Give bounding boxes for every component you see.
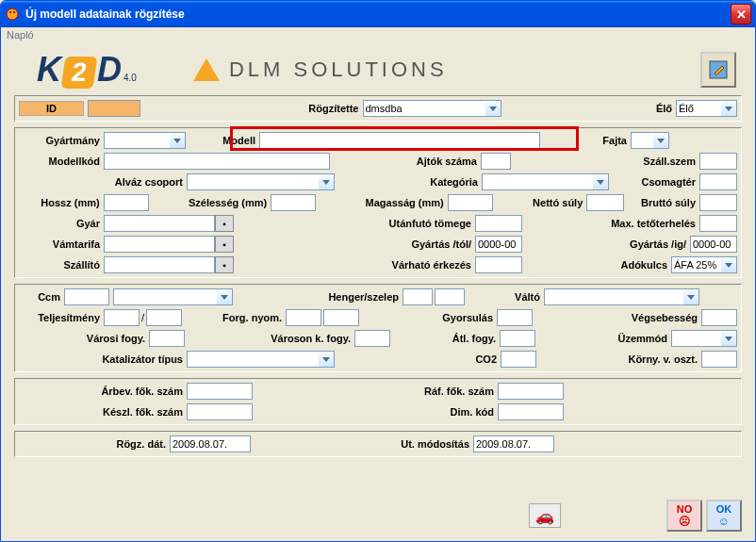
korny-input[interactable] (701, 351, 737, 368)
id-label: ID (19, 101, 84, 116)
nettosuly-input[interactable] (586, 194, 624, 211)
vamtarifa-picker-button[interactable]: ▪ (215, 236, 234, 253)
ajtok-label: Ajtók száma (330, 156, 481, 167)
varhato-input[interactable] (475, 256, 522, 273)
ccm-sel-input[interactable] (113, 288, 217, 305)
henger2-input[interactable] (435, 288, 465, 305)
chevron-down-icon[interactable] (485, 100, 501, 117)
keszl-input[interactable] (187, 403, 253, 420)
ajtok-input[interactable] (481, 153, 511, 170)
telj1-input[interactable] (104, 309, 140, 326)
telj2-input[interactable] (146, 309, 182, 326)
alvaz-input[interactable] (187, 173, 319, 190)
window-title: Új modell adatainak rögzítése (25, 8, 731, 21)
rogzitette-input[interactable] (363, 100, 485, 117)
szallszem-input[interactable] (699, 153, 737, 170)
chevron-down-icon[interactable] (319, 351, 335, 368)
maxteto-input[interactable] (699, 215, 737, 232)
vegsebesseg-label: Végsebesség (607, 312, 701, 323)
katalizator-input[interactable] (187, 351, 319, 368)
chevron-down-icon[interactable] (653, 132, 669, 149)
chevron-down-icon[interactable] (683, 288, 699, 305)
chevron-down-icon[interactable] (170, 132, 186, 149)
arbev-label: Árbev. fők. szám (19, 386, 187, 397)
gyartmany-combo[interactable] (104, 132, 186, 149)
vegsebesseg-input[interactable] (701, 309, 737, 326)
gyartastol-label: Gyártás /tól/ (234, 238, 475, 250)
keszl-label: Készl. fők. szám (19, 406, 187, 418)
gyar-input[interactable] (104, 215, 215, 232)
co2-input[interactable] (501, 351, 536, 368)
szallito-label: Szállító (19, 259, 104, 271)
alvaz-label: Alváz csoport (19, 176, 187, 188)
uzemmod-label: Üzemmód (596, 333, 671, 344)
utanfuto-input[interactable] (475, 215, 522, 232)
id-input[interactable] (88, 100, 140, 117)
modell-label: Modell (186, 135, 259, 146)
szallito-input[interactable] (104, 256, 215, 273)
gyorsulas-input[interactable] (497, 309, 533, 326)
edit-tool-button[interactable] (700, 52, 736, 88)
chevron-down-icon[interactable] (721, 256, 737, 273)
varhato-label: Várható érkezés (234, 259, 475, 271)
arbev-input[interactable] (187, 383, 253, 400)
katalizator-combo[interactable] (187, 351, 335, 368)
adokulcs-input[interactable] (671, 256, 721, 273)
kategoria-input[interactable] (482, 173, 593, 190)
uzemmod-combo[interactable] (671, 330, 737, 347)
ccm-input[interactable] (64, 288, 109, 305)
forgnyom2-input[interactable] (323, 309, 359, 326)
rogzdat-input[interactable] (170, 435, 251, 452)
gyartmany-input[interactable] (104, 132, 170, 149)
valto-input[interactable] (544, 288, 683, 305)
raf-input[interactable] (498, 383, 564, 400)
chevron-down-icon[interactable] (593, 173, 609, 190)
vamtarifa-input[interactable] (104, 236, 215, 253)
chevron-down-icon[interactable] (319, 173, 335, 190)
fajta-input[interactable] (631, 132, 653, 149)
adokulcs-combo[interactable] (671, 256, 737, 273)
gyartasig-input[interactable] (690, 236, 737, 253)
forgnyom1-input[interactable] (286, 309, 321, 326)
close-button[interactable]: ✕ (731, 4, 751, 25)
modell-input[interactable] (259, 132, 540, 149)
szallito-picker-button[interactable]: ▪ (215, 256, 234, 273)
elo-combo[interactable] (676, 100, 737, 117)
henger-label: Henger/szelep (233, 291, 403, 303)
utmod-input[interactable] (473, 435, 554, 452)
alvaz-combo[interactable] (187, 173, 335, 190)
no-button[interactable]: NO☹ (666, 500, 702, 532)
uzemmod-input[interactable] (671, 330, 721, 347)
chevron-down-icon[interactable] (721, 330, 737, 347)
utmod-label: Ut. módosítás (251, 438, 473, 450)
car-icon-button[interactable]: 🚗 (529, 503, 561, 528)
fajta-combo[interactable] (631, 132, 669, 149)
section-2: Ccm Henger/szelep Váltó Teljesítmény / F… (14, 284, 742, 372)
atl-input[interactable] (500, 330, 535, 347)
rogzitette-combo[interactable] (363, 100, 501, 117)
dim-input[interactable] (498, 403, 564, 420)
szelesseg-input[interactable] (271, 194, 316, 211)
kategoria-combo[interactable] (482, 173, 609, 190)
bruttosuly-input[interactable] (699, 194, 737, 211)
elo-input[interactable] (676, 100, 721, 117)
modellkod-input[interactable] (104, 153, 330, 170)
titlebar: Új modell adatainak rögzítése ✕ (1, 1, 755, 27)
magassag-input[interactable] (448, 194, 493, 211)
henger1-input[interactable] (403, 288, 433, 305)
gyartastol-input[interactable] (475, 236, 522, 253)
valto-combo[interactable] (544, 288, 699, 305)
dim-label: Dim. kód (253, 406, 498, 418)
csomagter-input[interactable] (699, 173, 737, 190)
gyar-picker-button[interactable]: ▪ (215, 215, 234, 232)
menu-naplo[interactable]: Napló (7, 29, 34, 41)
varoskf-input[interactable] (354, 330, 390, 347)
varosi-input[interactable] (149, 330, 185, 347)
hossz-input[interactable] (104, 194, 149, 211)
ok-button[interactable]: OK☺ (706, 500, 742, 532)
ccm-sel-combo[interactable] (113, 288, 233, 305)
fajta-label: Fajta (540, 135, 631, 146)
chevron-down-icon[interactable] (721, 100, 737, 117)
chevron-down-icon[interactable] (217, 288, 233, 305)
bruttosuly-label: Bruttó súly (624, 197, 699, 208)
